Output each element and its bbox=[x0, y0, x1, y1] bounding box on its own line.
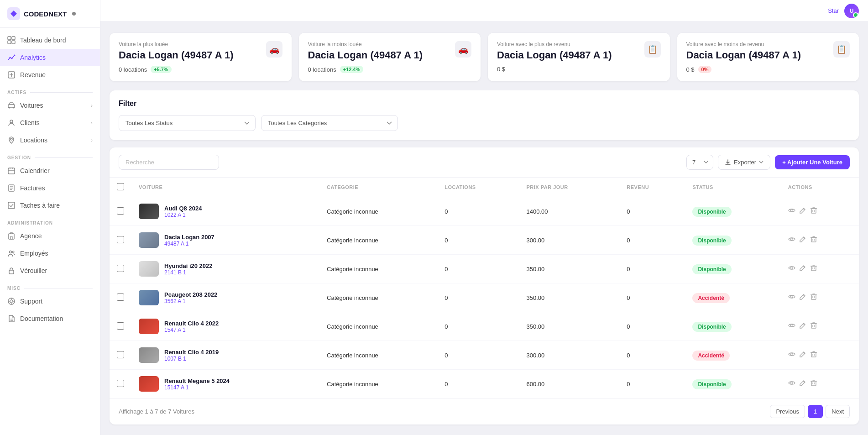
section-misc: MISC bbox=[0, 279, 100, 293]
svg-rect-4 bbox=[12, 41, 15, 44]
delete-button[interactable] bbox=[810, 379, 817, 388]
sidebar-item-revenue[interactable]: Revenue bbox=[0, 66, 100, 84]
row-checkbox-1[interactable] bbox=[117, 236, 124, 243]
view-button[interactable] bbox=[788, 351, 795, 360]
select-all-checkbox[interactable] bbox=[117, 183, 124, 190]
svg-rect-40 bbox=[811, 209, 816, 213]
svg-rect-70 bbox=[811, 352, 816, 357]
row-checkbox-4[interactable] bbox=[117, 322, 124, 330]
table-row: Peaugeot 208 2022 3562 A 1 Catégorie inc… bbox=[110, 283, 859, 312]
sidebar-item-tableau[interactable]: Tableau de bord bbox=[0, 31, 100, 49]
page-1-button[interactable]: 1 bbox=[808, 405, 823, 418]
row-checkbox-5[interactable] bbox=[117, 351, 124, 358]
sidebar-item-clients[interactable]: Clients › bbox=[0, 114, 100, 131]
svg-point-7 bbox=[14, 55, 16, 56]
employees-icon bbox=[7, 249, 16, 257]
sidebar-item-employes[interactable]: Employés bbox=[0, 245, 100, 262]
sidebar-item-voitures[interactable]: Voitures › bbox=[0, 97, 100, 114]
car-name: Dacia Logan 2007 bbox=[164, 234, 214, 241]
star-button[interactable]: Star bbox=[828, 7, 839, 14]
delete-button[interactable] bbox=[810, 293, 817, 302]
edit-button[interactable] bbox=[799, 322, 806, 331]
export-button[interactable]: Exporter bbox=[718, 155, 770, 170]
sidebar-item-taches[interactable]: Taches à faire bbox=[0, 197, 100, 214]
delete-button[interactable] bbox=[810, 264, 817, 273]
delete-button[interactable] bbox=[810, 236, 817, 245]
sidebar-item-analytics[interactable]: Analytics bbox=[0, 49, 100, 66]
svg-point-6 bbox=[11, 58, 13, 59]
analytics-icon bbox=[7, 53, 16, 62]
add-car-button[interactable]: + Ajouter Une Voiture bbox=[775, 155, 850, 169]
sidebar-item-documentation[interactable]: Documentation bbox=[0, 310, 100, 327]
table-row: Dacia Logan 2007 49487 A 1 Catégorie inc… bbox=[110, 226, 859, 255]
table-row: Hyundai i20 2022 2141 B 1 Catégorie inco… bbox=[110, 255, 859, 283]
sidebar-item-locations[interactable]: Locations › bbox=[0, 131, 100, 149]
stat-card-most-revenue: Voiture avec le plus de revenu Dacia Log… bbox=[488, 33, 670, 81]
edit-button[interactable] bbox=[799, 264, 806, 273]
status-badge: Disponible bbox=[692, 264, 731, 274]
delete-button[interactable] bbox=[810, 207, 817, 216]
row-locations: 0 bbox=[437, 226, 519, 255]
delete-button[interactable] bbox=[810, 322, 817, 331]
row-checkbox-2[interactable] bbox=[117, 265, 124, 272]
car-name: Renault Megane 5 2024 bbox=[164, 377, 230, 384]
car-plate: 15147 A 1 bbox=[164, 384, 230, 391]
table-header: VOITURE CATEGORIE LOCATIONS PRIX PAR JOU… bbox=[110, 178, 859, 197]
row-checkbox-3[interactable] bbox=[117, 293, 124, 301]
car-plate: 2141 B 1 bbox=[164, 269, 213, 276]
delete-button[interactable] bbox=[810, 351, 817, 360]
car-name: Renault Clio 4 2022 bbox=[164, 320, 219, 327]
svg-rect-1 bbox=[8, 37, 11, 40]
sidebar-label-calendrier: Calendrier bbox=[20, 167, 50, 174]
sidebar-item-calendrier[interactable]: Calendrier bbox=[0, 162, 100, 179]
row-checkbox-0[interactable] bbox=[117, 207, 124, 215]
category-filter[interactable]: Toutes Les Categories bbox=[261, 115, 398, 131]
svg-point-74 bbox=[790, 382, 793, 384]
location-icon bbox=[7, 136, 16, 144]
stat-card-least-rented: Voiture la moins louée Dacia Logan (4948… bbox=[299, 33, 481, 81]
stat-icon-0: 🚗 bbox=[266, 41, 282, 58]
search-input[interactable] bbox=[119, 155, 219, 170]
stat-label-1: Voiture la moins louée bbox=[308, 41, 423, 47]
view-button[interactable] bbox=[788, 264, 795, 273]
stat-count-0: 0 locations bbox=[119, 66, 147, 73]
car-thumbnail bbox=[139, 319, 159, 334]
svg-rect-16 bbox=[8, 168, 15, 174]
col-actions: ACTIONS bbox=[781, 178, 859, 197]
sidebar-item-agence[interactable]: Agence bbox=[0, 227, 100, 245]
edit-button[interactable] bbox=[799, 236, 806, 245]
view-button[interactable] bbox=[788, 322, 795, 331]
row-categorie: Catégorie inconnue bbox=[319, 341, 437, 370]
sidebar-label-support: Support bbox=[20, 298, 42, 305]
filter-section: Filter Toutes Les Status Toutes Les Cate… bbox=[110, 90, 859, 140]
prev-page-button[interactable]: Previous bbox=[770, 405, 805, 418]
stat-icon-2: 📋 bbox=[644, 41, 661, 58]
edit-button[interactable] bbox=[799, 207, 806, 216]
sidebar-label-factures: Factures bbox=[20, 184, 45, 192]
section-admin: ADMINISTRATION bbox=[0, 214, 100, 227]
edit-button[interactable] bbox=[799, 293, 806, 302]
row-locations: 0 bbox=[437, 341, 519, 370]
view-button[interactable] bbox=[788, 293, 795, 302]
person-icon bbox=[7, 119, 16, 127]
view-button[interactable] bbox=[788, 207, 795, 216]
row-checkbox-6[interactable] bbox=[117, 380, 124, 387]
sidebar-item-verouiller[interactable]: Vérouiller bbox=[0, 262, 100, 279]
pagination-info: Affichage 1 à 7 de 7 Voitures bbox=[119, 408, 194, 415]
edit-button[interactable] bbox=[799, 351, 806, 360]
next-page-button[interactable]: Next bbox=[826, 405, 850, 418]
svg-point-14 bbox=[10, 120, 13, 123]
view-button[interactable] bbox=[788, 236, 795, 245]
car-plate: 49487 A 1 bbox=[164, 241, 214, 247]
calendar-icon bbox=[7, 167, 16, 175]
per-page-select[interactable]: 7 10 25 bbox=[686, 155, 713, 170]
sidebar-item-support[interactable]: Support bbox=[0, 293, 100, 310]
row-categorie: Catégorie inconnue bbox=[319, 255, 437, 283]
user-avatar[interactable]: U bbox=[844, 4, 859, 18]
status-filter[interactable]: Toutes Les Status bbox=[119, 115, 256, 131]
col-categorie: CATEGORIE bbox=[319, 178, 437, 197]
view-button[interactable] bbox=[788, 379, 795, 388]
sidebar-item-factures[interactable]: Factures bbox=[0, 179, 100, 197]
edit-button[interactable] bbox=[799, 379, 806, 388]
svg-point-28 bbox=[12, 251, 14, 253]
